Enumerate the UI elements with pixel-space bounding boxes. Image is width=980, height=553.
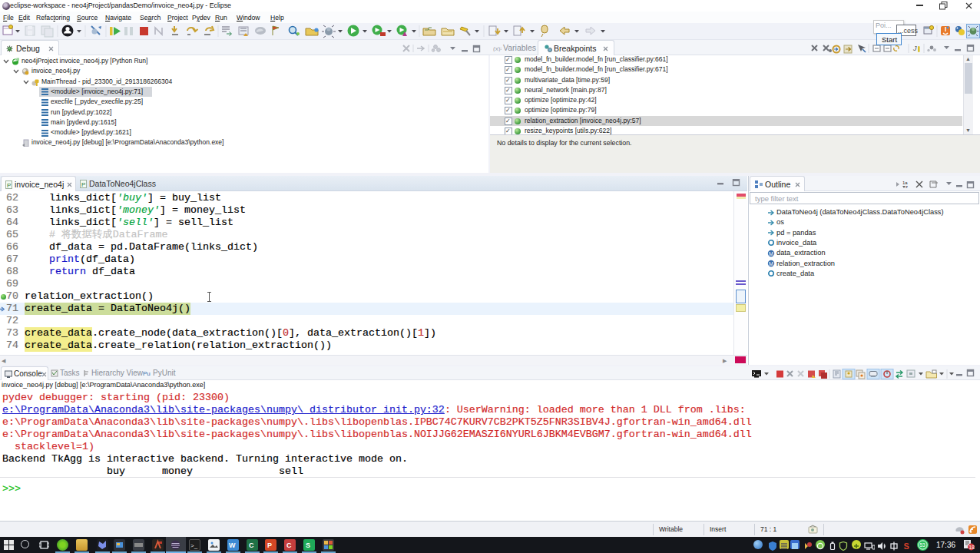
svg-text:P: P xyxy=(7,182,11,189)
svg-text:z: z xyxy=(906,184,908,189)
svg-text:S: S xyxy=(306,541,310,549)
svg-text:P: P xyxy=(267,541,272,549)
svg-text:C: C xyxy=(286,541,292,549)
svg-text:>_: >_ xyxy=(190,542,198,549)
svg-text:W: W xyxy=(229,541,236,549)
svg-text:18: 18 xyxy=(969,545,975,550)
svg-text:J: J xyxy=(912,45,917,52)
svg-text:(x)=: (x)= xyxy=(493,45,502,51)
svg-text:C: C xyxy=(249,541,254,549)
svg-text:M: M xyxy=(769,251,773,257)
svg-text:S: S xyxy=(904,541,909,551)
svg-text:Pu: Pu xyxy=(143,370,151,377)
svg-text:P: P xyxy=(81,181,85,188)
svg-text:53: 53 xyxy=(919,542,925,548)
svg-text:M: M xyxy=(769,261,773,267)
